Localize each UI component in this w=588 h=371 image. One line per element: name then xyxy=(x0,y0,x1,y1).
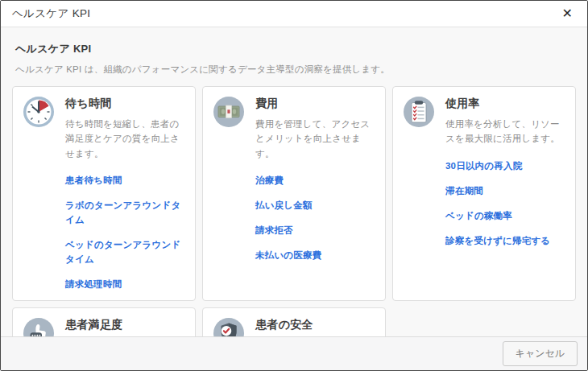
kpi-link-utilization-2[interactable]: ベッドの稼働率 xyxy=(445,211,512,221)
kpi-card-description: 使用率を分析して、リソースを最大限に活用します。 xyxy=(445,117,565,146)
kpi-link-item: ベッドのターンアラウンドタイム xyxy=(65,237,185,266)
kpi-link-item: 診察を受けずに帰宅する xyxy=(445,233,565,247)
kpi-card-patient-safety: 患者の安全 有害事象を分析して患者への危害を防ぎます。 患者の転倒院内感染症施設… xyxy=(202,307,386,336)
kpi-card-wait-time: 待ち時間 待ち時間を短縮し、患者の満足度とケアの質を向上させます。 患者待ち時間… xyxy=(12,86,196,301)
kpi-link-utilization-3[interactable]: 診察を受けずに帰宅する xyxy=(445,236,550,245)
shield-icon xyxy=(213,317,245,336)
kpi-link-item: 未払いの医療費 xyxy=(255,247,375,262)
kpi-link-item: 30日以内の再入院 xyxy=(445,158,565,172)
dialog-title: ヘルスケア KPI xyxy=(12,6,90,21)
kpi-link-wait-time-0[interactable]: 患者待ち時間 xyxy=(65,175,122,185)
kpi-link-utilization-1[interactable]: 滞在期間 xyxy=(445,186,483,196)
kpi-link-utilization-0[interactable]: 30日以内の再入院 xyxy=(445,161,522,171)
kpi-card-title: 使用率 xyxy=(445,97,565,111)
kpi-link-item: 請求拒否 xyxy=(255,222,375,237)
kpi-link-cost-3[interactable]: 未払いの医療費 xyxy=(255,250,321,260)
kpi-card-title: 待ち時間 xyxy=(65,97,185,111)
kpi-card-patient-satisfaction: 患者満足度 患者の満足度を向上させるために調査結果を分析します。 複数選択調査評… xyxy=(12,307,196,336)
kpi-link-item: ラボのターンアラウンドタイム xyxy=(65,197,185,226)
kpi-link-item: 患者待ち時間 xyxy=(65,172,185,187)
kpi-link-list: 治療費払い戻し金額請求拒否未払いの医療費 xyxy=(255,172,375,262)
cancel-button[interactable]: キャンセル xyxy=(503,341,578,366)
dialog-content: ヘルスケア KPI ヘルスケア KPI は、組織のパフォーマンスに関するデータ主… xyxy=(1,27,587,336)
clipboard-icon xyxy=(403,96,435,128)
kpi-link-item: 治療費 xyxy=(255,172,375,187)
kpi-link-cost-2[interactable]: 請求拒否 xyxy=(255,225,293,235)
dialog-titlebar: ヘルスケア KPI ✕ xyxy=(1,1,587,27)
kpi-link-wait-time-2[interactable]: ベッドのターンアラウンドタイム xyxy=(65,240,180,264)
kpi-card-description: 費用を管理して、アクセスとメリットを向上させます。 xyxy=(255,117,375,161)
kpi-link-item: 払い戻し金額 xyxy=(255,197,375,212)
kpi-card-title: 患者満足度 xyxy=(65,318,185,332)
kpi-link-list: 患者待ち時間ラボのターンアラウンドタイムベッドのターンアラウンドタイム請求処理時… xyxy=(65,172,185,291)
kpi-link-list: 30日以内の再入院滞在期間ベッドの稼働率診察を受けずに帰宅する xyxy=(445,158,565,247)
section-heading: ヘルスケア KPI xyxy=(15,42,576,56)
kpi-link-item: 滞在期間 xyxy=(445,183,565,197)
clock-icon xyxy=(23,96,55,128)
kpi-card-utilization: 使用率 使用率を分析して、リソースを最大限に活用します。 30日以内の再入院滞在… xyxy=(392,86,576,301)
dialog-footer: キャンセル xyxy=(1,336,587,370)
money-icon xyxy=(213,96,245,128)
kpi-card-title: 費用 xyxy=(255,97,375,111)
kpi-card-title: 患者の安全 xyxy=(255,318,375,332)
kpi-card-description: 待ち時間を短縮し、患者の満足度とケアの質を向上させます。 xyxy=(65,117,185,161)
healthcare-kpi-dialog: ヘルスケア KPI ✕ ヘルスケア KPI ヘルスケア KPI は、組織のパフォ… xyxy=(0,0,588,371)
thumbs-up-icon xyxy=(23,317,55,336)
kpi-link-cost-0[interactable]: 治療費 xyxy=(255,175,284,185)
kpi-link-wait-time-1[interactable]: ラボのターンアラウンドタイム xyxy=(65,200,180,225)
kpi-card-cost: 費用 費用を管理して、アクセスとメリットを向上させます。 治療費払い戻し金額請求… xyxy=(202,86,386,301)
kpi-link-item: ベッドの稼働率 xyxy=(445,208,565,222)
close-icon[interactable]: ✕ xyxy=(561,6,574,22)
kpi-link-cost-1[interactable]: 払い戻し金額 xyxy=(255,200,313,210)
kpi-link-wait-time-3[interactable]: 請求処理時間 xyxy=(65,279,122,289)
section-subtitle: ヘルスケア KPI は、組織のパフォーマンスに関するデータ主導型の洞察を提供しま… xyxy=(15,64,576,76)
kpi-link-item: 請求処理時間 xyxy=(65,276,185,291)
kpi-card-grid: 待ち時間 待ち時間を短縮し、患者の満足度とケアの質を向上させます。 患者待ち時間… xyxy=(12,86,576,336)
